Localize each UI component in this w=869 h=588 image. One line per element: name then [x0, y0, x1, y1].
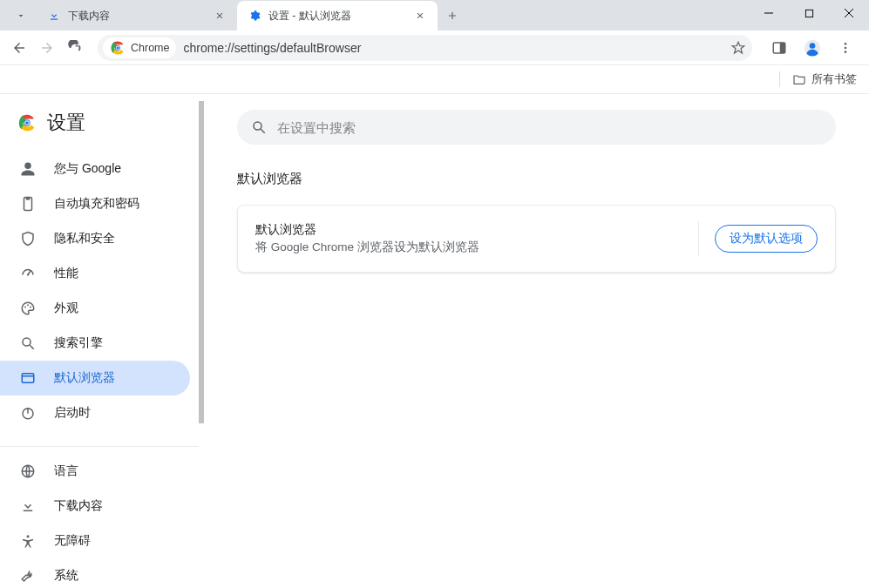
- sidebar-item-label: 启动时: [54, 405, 91, 421]
- side-panel-button[interactable]: [768, 37, 791, 59]
- all-bookmarks-button[interactable]: 所有书签: [792, 72, 857, 87]
- tab-downloads[interactable]: 下载内容: [37, 1, 237, 30]
- sidebar-item-privacy[interactable]: 隐私和安全: [0, 221, 190, 256]
- section-title: 默认浏览器: [237, 171, 836, 187]
- window-controls: [749, 0, 869, 30]
- autofill-icon: [19, 195, 37, 213]
- sidebar-item-label: 下载内容: [54, 498, 103, 514]
- side-panel-icon: [771, 40, 787, 56]
- download-icon: [47, 9, 61, 23]
- svg-point-4: [117, 46, 119, 49]
- sidebar-item-performance[interactable]: 性能: [0, 256, 190, 291]
- default-browser-card: 默认浏览器 将 Google Chrome 浏览器设为默认浏览器 设为默认选项: [237, 205, 836, 273]
- sidebar-item-label: 系统: [54, 568, 78, 584]
- settings-header: 设置: [0, 94, 199, 152]
- wrench-icon: [19, 567, 37, 585]
- svg-point-15: [25, 121, 29, 125]
- sidebar-item-label: 默认浏览器: [54, 370, 115, 386]
- nav-reload-button[interactable]: [63, 36, 87, 60]
- settings-title: 设置: [47, 110, 85, 136]
- window-maximize[interactable]: [789, 0, 829, 26]
- window-close[interactable]: [829, 0, 869, 26]
- scrollbar-thumb[interactable]: [199, 101, 204, 423]
- tab-close-button[interactable]: [213, 9, 227, 23]
- globe-icon: [19, 463, 37, 480]
- browser-toolbar: Chrome chrome://settings/defaultBrowser: [0, 30, 869, 65]
- chrome-logo-icon: [17, 113, 37, 132]
- sidebar-item-accessibility[interactable]: 无障碍: [0, 524, 190, 558]
- divider: [0, 446, 199, 447]
- new-tab-button[interactable]: [440, 3, 465, 28]
- menu-button[interactable]: [834, 37, 857, 59]
- tab-strip: 下载内容 设置 - 默认浏览器: [0, 0, 467, 30]
- reload-icon: [67, 40, 83, 56]
- minimize-icon: [764, 8, 774, 18]
- card-action: 设为默认选项: [698, 221, 818, 256]
- sidebar-item-you-and-google[interactable]: 您与 Google: [0, 152, 190, 186]
- sidebar-item-downloads[interactable]: 下载内容: [0, 489, 190, 524]
- sidebar-item-default-browser[interactable]: 默认浏览器: [0, 361, 190, 395]
- sidebar-item-appearance[interactable]: 外观: [0, 291, 190, 326]
- search-icon: [251, 119, 267, 135]
- close-icon: [416, 11, 424, 20]
- close-icon: [844, 8, 854, 18]
- svg-rect-6: [780, 43, 785, 53]
- svg-point-20: [27, 304, 29, 306]
- svg-rect-17: [26, 198, 31, 200]
- sidebar-item-label: 性能: [54, 266, 78, 281]
- sidebar-item-autofill[interactable]: 自动填充和密码: [0, 186, 190, 221]
- chevron-down-icon: [16, 10, 26, 21]
- shield-icon: [19, 230, 37, 247]
- divider: [779, 71, 780, 87]
- window-minimize[interactable]: [749, 0, 789, 26]
- tab-title: 下载内容: [68, 9, 213, 24]
- tab-settings[interactable]: 设置 - 默认浏览器: [237, 1, 438, 30]
- accessibility-icon: [19, 532, 37, 550]
- folder-icon: [792, 72, 806, 86]
- close-icon: [215, 11, 224, 20]
- profile-icon: [804, 39, 821, 57]
- search-icon: [19, 335, 37, 352]
- profile-button[interactable]: [801, 37, 824, 59]
- settings-search[interactable]: [237, 110, 836, 145]
- svg-rect-0: [805, 10, 812, 17]
- card-text: 默认浏览器 将 Google Chrome 浏览器设为默认浏览器: [255, 222, 479, 255]
- site-chip[interactable]: Chrome: [103, 37, 176, 58]
- sidebar-item-label: 外观: [54, 301, 78, 316]
- sidebar-item-label: 语言: [54, 463, 78, 479]
- tab-search-dropdown[interactable]: [9, 3, 33, 28]
- nav-forward-button[interactable]: [35, 36, 59, 60]
- sidebar-list: 您与 Google 自动填充和密码 隐私和安全 性能 外观 搜索引擎 默认浏览器…: [0, 152, 199, 439]
- sidebar-item-system[interactable]: 系统: [0, 558, 190, 588]
- bookmark-star-button[interactable]: [730, 39, 747, 57]
- sidebar-item-search-engine[interactable]: 搜索引擎: [0, 326, 190, 361]
- svg-point-18: [27, 274, 29, 275]
- star-icon: [730, 40, 746, 56]
- sidebar-item-languages[interactable]: 语言: [0, 454, 190, 489]
- browser-icon: [19, 369, 37, 387]
- svg-point-10: [845, 46, 847, 49]
- sidebar-item-label: 自动填充和密码: [54, 196, 139, 212]
- toolbar-actions: [763, 37, 862, 59]
- svg-point-8: [810, 43, 816, 49]
- sidebar-item-label: 搜索引擎: [54, 335, 103, 351]
- nav-back-button[interactable]: [7, 36, 31, 60]
- tab-title: 设置 - 默认浏览器: [268, 9, 413, 24]
- settings-content: 设置 您与 Google 自动填充和密码 隐私和安全 性能 外观 搜索引擎 默认…: [0, 94, 869, 588]
- tab-close-button[interactable]: [413, 9, 427, 23]
- person-icon: [19, 160, 37, 178]
- svg-point-26: [27, 535, 30, 537]
- address-bar[interactable]: Chrome chrome://settings/defaultBrowser: [98, 35, 752, 61]
- set-default-button[interactable]: 设为默认选项: [715, 225, 818, 253]
- svg-point-9: [845, 43, 847, 45]
- sidebar-item-label: 您与 Google: [54, 161, 121, 177]
- svg-point-19: [24, 307, 26, 308]
- site-chip-label: Chrome: [131, 42, 169, 54]
- svg-point-27: [254, 122, 261, 130]
- settings-search-input[interactable]: [277, 120, 822, 135]
- sidebar-item-on-startup[interactable]: 启动时: [0, 395, 190, 430]
- power-icon: [19, 404, 37, 422]
- settings-main: 默认浏览器 默认浏览器 将 Google Chrome 浏览器设为默认浏览器 设…: [204, 94, 869, 588]
- settings-sidebar: 设置 您与 Google 自动填充和密码 隐私和安全 性能 外观 搜索引擎 默认…: [0, 94, 204, 588]
- plus-icon: [446, 10, 458, 22]
